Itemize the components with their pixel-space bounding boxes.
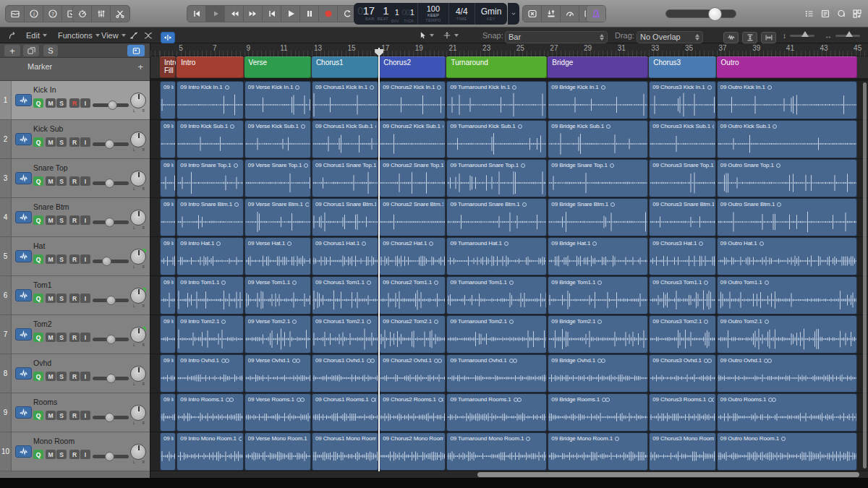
track-header-snare-btm[interactable]: 4 Snare Btm QMSRI LR xyxy=(0,198,150,237)
track-pan-knob[interactable] xyxy=(130,93,146,108)
track-i-button[interactable]: I xyxy=(80,411,90,420)
track-name[interactable]: Kick In xyxy=(33,85,56,94)
track-s-button[interactable]: S xyxy=(56,176,67,186)
audio-region[interactable]: 09 Turnaround Hat.1 xyxy=(446,237,547,275)
track-header-rooms[interactable]: 9 Rooms QMSRI LR xyxy=(0,393,150,432)
snap-select[interactable]: Bar xyxy=(505,31,608,43)
play-from-start-button[interactable] xyxy=(206,6,225,22)
marker-chorus3[interactable]: Chorus3 xyxy=(649,56,715,78)
audio-region[interactable]: 09 Chorus3 Ovhd.1 xyxy=(649,354,715,393)
audio-region[interactable]: 09 Chorus1 Kick In.1 xyxy=(312,81,378,119)
track-m-button[interactable]: M xyxy=(46,176,56,186)
track-r-button[interactable]: R xyxy=(69,215,80,225)
track-q-button[interactable]: Q xyxy=(33,176,43,186)
track-m-button[interactable]: M xyxy=(46,450,56,459)
record-button[interactable] xyxy=(319,6,338,22)
audio-region[interactable]: 09 Turnaround Snare Top.1 xyxy=(446,159,547,197)
automation-icon[interactable] xyxy=(129,27,139,43)
track-i-button[interactable]: I xyxy=(80,176,90,186)
audio-region[interactable]: 09 Outro Mono Room.1 xyxy=(717,432,858,471)
track-name[interactable]: Snare Btm xyxy=(33,202,69,211)
audio-region[interactable]: 09 Turnaround Mono Room.1 xyxy=(446,432,547,471)
audio-region[interactable]: 09 Turnaround Rooms.1 xyxy=(446,393,547,432)
track-volume-slider[interactable] xyxy=(93,142,129,146)
track-r-button[interactable]: R xyxy=(69,254,80,264)
smart-controls-button[interactable] xyxy=(73,6,92,22)
track-volume-knob[interactable] xyxy=(106,296,116,305)
apple-loops-button[interactable] xyxy=(833,5,849,22)
audio-region[interactable]: 09 Intro Fill Mono Room.1 xyxy=(160,432,176,471)
track-name[interactable]: Kick Sub xyxy=(33,124,63,133)
track-s-button[interactable]: S xyxy=(56,450,67,459)
track-q-button[interactable]: Q xyxy=(33,254,43,264)
track-i-button[interactable]: I xyxy=(80,215,90,225)
track-header-config-button[interactable] xyxy=(127,45,145,56)
horizontal-zoom-slider[interactable]: ↔ xyxy=(825,27,860,43)
vertical-scrollbar[interactable] xyxy=(863,82,867,468)
track-m-button[interactable]: M xyxy=(46,254,56,264)
audio-region[interactable]: 09 Chorus1 Mono Room.1 xyxy=(312,432,378,471)
audio-region[interactable]: 09 Chorus2 Ovhd.1 xyxy=(379,354,446,393)
audio-region[interactable]: 09 Outro Rooms.1 xyxy=(717,393,858,432)
tuner-button[interactable] xyxy=(561,6,579,22)
audio-region[interactable]: 09 Bridge Tom1.1 xyxy=(548,276,648,314)
track-s-button[interactable]: S xyxy=(56,411,67,420)
audio-region[interactable]: 09 Intro Mono Room.1 xyxy=(176,432,243,471)
track-header-hat[interactable]: 5 Hat QMSRI LR xyxy=(0,237,150,276)
playhead[interactable] xyxy=(378,48,380,471)
track-pan-knob[interactable] xyxy=(130,249,146,265)
track-volume-knob[interactable] xyxy=(102,257,111,266)
audio-region[interactable]: 09 Bridge Tom2.1 xyxy=(548,315,648,354)
track-lane[interactable]: 09 Intro Fill Kick In.1 09 Intro Kick In… xyxy=(150,81,868,120)
track-q-button[interactable]: Q xyxy=(33,372,43,381)
master-volume-slider[interactable] xyxy=(665,9,736,18)
track-m-button[interactable]: M xyxy=(46,137,56,147)
skip-to-beginning-button[interactable] xyxy=(187,6,206,22)
track-q-button[interactable]: Q xyxy=(33,98,43,108)
track-s-button[interactable]: S xyxy=(56,215,67,225)
audio-region[interactable]: 09 Intro Fill Ovhd.1 xyxy=(160,354,176,393)
audio-region[interactable]: 09 Verse Hat.1 xyxy=(244,237,311,275)
global-solo-button[interactable]: S xyxy=(43,45,58,56)
audio-region[interactable]: 09 Verse Snare Btm.1 xyxy=(244,198,311,236)
track-s-button[interactable]: S xyxy=(56,372,67,381)
audio-region[interactable]: 09 Verse Mono Room.1 xyxy=(244,432,311,471)
play-button[interactable] xyxy=(281,6,300,22)
audio-region[interactable]: 09 Outro Kick Sub.1 xyxy=(717,120,858,158)
audio-region[interactable]: 09 Chorus2 Tom1.1 xyxy=(379,276,446,314)
audio-region[interactable]: 09 Intro Fill Kick Sub.1 xyxy=(160,120,176,158)
quick-help-button[interactable]: ? xyxy=(43,6,62,22)
track-volume-slider[interactable] xyxy=(93,260,129,263)
track-pan-knob[interactable] xyxy=(130,405,146,421)
audio-region[interactable]: 09 Bridge Ovhd.1 xyxy=(548,354,648,393)
pause-button[interactable] xyxy=(300,6,319,22)
vertical-zoom-slider[interactable]: ↕ xyxy=(783,27,814,43)
track-s-button[interactable]: S xyxy=(56,333,67,342)
browsers-button[interactable] xyxy=(849,5,865,22)
fast-forward-button[interactable] xyxy=(244,6,263,22)
track-q-button[interactable]: Q xyxy=(33,294,43,303)
metronome-button[interactable] xyxy=(587,6,605,22)
track-lane[interactable]: 09 Intro Fill Ovhd.1 09 Intro Ovhd.1 09 … xyxy=(150,354,868,393)
duplicate-track-button[interactable] xyxy=(23,45,39,56)
bar-ruler[interactable]: 579111315171921232527293133353739414345 xyxy=(150,43,868,56)
audio-region[interactable]: 09 Chorus1 Kick Sub.1 xyxy=(312,120,378,158)
audio-region[interactable]: 09 Chorus3 Hat.1 xyxy=(649,237,715,275)
track-volume-slider[interactable] xyxy=(93,181,129,185)
audio-region[interactable]: 09 Bridge Kick Sub.1 xyxy=(548,120,648,158)
track-lane[interactable]: 09 Intro Fill Snare Btm.1 09 Intro Snare… xyxy=(150,198,868,237)
track-lane[interactable]: 09 Intro Fill Rooms.1 09 Intro Rooms.1 0… xyxy=(150,393,868,432)
track-r-button[interactable]: R xyxy=(69,98,80,108)
catch-playhead-button[interactable] xyxy=(161,32,175,43)
track-pan-knob[interactable] xyxy=(130,444,146,460)
inspector-button[interactable]: i xyxy=(25,6,43,22)
audio-region[interactable]: 09 Intro Kick In.1 xyxy=(176,81,243,119)
track-i-button[interactable]: I xyxy=(80,254,90,264)
audio-region[interactable]: 09 Bridge Snare Btm.1 xyxy=(548,198,648,236)
track-r-button[interactable]: R xyxy=(69,137,80,147)
audio-region[interactable]: 09 Chorus1 Snare Top.1 xyxy=(312,159,378,197)
track-volume-slider[interactable] xyxy=(93,455,129,458)
track-volume-knob[interactable] xyxy=(108,100,117,110)
track-m-button[interactable]: M xyxy=(46,372,56,381)
marker-outro[interactable]: Outro xyxy=(717,56,858,78)
